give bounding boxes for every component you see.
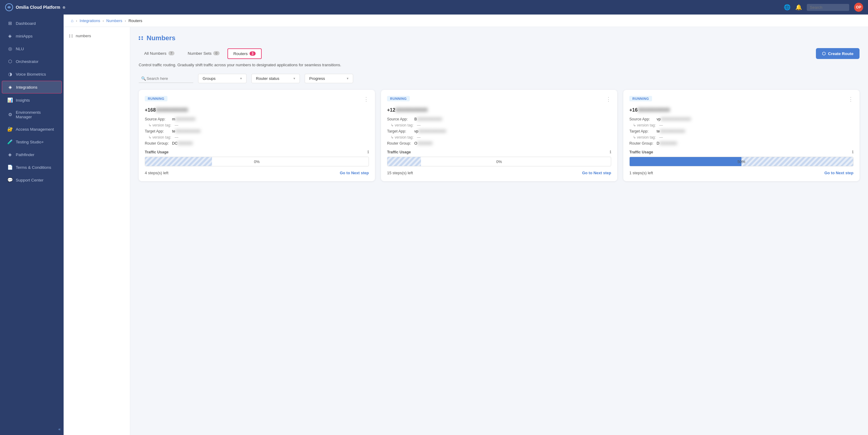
insights-icon: 📊 bbox=[7, 97, 13, 103]
breadcrumb-integrations[interactable]: Integrations bbox=[80, 19, 100, 23]
globe-icon[interactable]: 🌐 bbox=[784, 4, 790, 10]
source-app-row-2: Source App: BXXXXXXXXXX bbox=[387, 117, 611, 121]
info-icon-1[interactable]: ℹ bbox=[367, 150, 369, 154]
source-app-row-1: Source App: mXXXXXXXX bbox=[145, 117, 369, 121]
progress-filter[interactable]: Progress ▾ bbox=[305, 74, 353, 83]
card-2-menu[interactable]: ⋮ bbox=[606, 96, 611, 103]
status-badge-1: RUNNING bbox=[145, 96, 167, 101]
target-version-row-3: ↳ version tag: — bbox=[629, 135, 854, 139]
voice-biometrics-icon: ◑ bbox=[7, 71, 13, 77]
next-step-link-1[interactable]: Go to Next step bbox=[340, 171, 369, 175]
create-route-button[interactable]: ⬡ Create Route bbox=[816, 48, 860, 59]
bell-icon[interactable]: 🔔 bbox=[795, 4, 802, 10]
status-badge-3: RUNNING bbox=[629, 96, 652, 101]
left-panel-numbers[interactable]: numbers bbox=[64, 31, 130, 41]
card-3-menu[interactable]: ⋮ bbox=[848, 96, 854, 103]
card-2-fields: Source App: BXXXXXXXXXX ↳ version tag: —… bbox=[387, 117, 611, 145]
traffic-section-2: Traffic Usage ℹ 0% bbox=[387, 150, 611, 166]
page-header: Numbers bbox=[139, 34, 860, 42]
search-input[interactable] bbox=[139, 74, 193, 83]
next-step-link-3[interactable]: Go to Next step bbox=[825, 171, 854, 175]
card-3-phone: +16XXXXXXXXXX bbox=[629, 107, 854, 113]
router-status-filter[interactable]: Router status ▾ bbox=[251, 74, 300, 83]
filters-row: 🔍 Groups ▾ Router status ▾ Progress ▾ bbox=[139, 74, 860, 83]
top-search-input[interactable] bbox=[807, 4, 849, 11]
tabs-row: All Numbers 7 Number Sets 0 Routers 3 bbox=[139, 48, 860, 59]
source-version-row-1: ↳ version tag: — bbox=[145, 123, 369, 127]
router-group-row-2: Router Group: OXXXXXX bbox=[387, 141, 611, 145]
search-icon: 🔍 bbox=[141, 76, 146, 81]
avatar[interactable]: OP bbox=[854, 3, 863, 12]
chevron-down-icon: ▾ bbox=[293, 76, 295, 80]
breadcrumb-numbers[interactable]: Numbers bbox=[106, 19, 122, 23]
steps-left-3: 1 steps(s) left bbox=[629, 171, 653, 175]
content-area: ⌂ › Integrations › Numbers › Routers num… bbox=[64, 14, 868, 435]
top-navigation: Omilia Cloud Platform® 🌐 🔔 OP bbox=[0, 0, 868, 14]
search-wrap: 🔍 bbox=[139, 74, 193, 83]
sidebar-item-pathfinder[interactable]: ◈ Pathfinder bbox=[2, 148, 62, 161]
dashboard-icon: ⊞ bbox=[7, 21, 13, 26]
tabs-left: All Numbers 7 Number Sets 0 Routers 3 bbox=[139, 48, 262, 59]
card-1-menu[interactable]: ⋮ bbox=[364, 96, 369, 103]
card-3-fields: Source App: vpXXXXXXXXXXXX ↳ version tag… bbox=[629, 117, 854, 145]
integrations-icon: ◈ bbox=[7, 85, 13, 90]
router-card-3: RUNNING ⋮ +16XXXXXXXXXX Source App: vpXX… bbox=[623, 90, 860, 181]
miniapps-icon: ◈ bbox=[7, 33, 13, 39]
sidebar-item-miniapps[interactable]: ◈ miniApps bbox=[2, 30, 62, 42]
sidebar-item-integrations[interactable]: ◈ Integrations bbox=[2, 81, 62, 94]
panel-layout: numbers Numbers bbox=[64, 27, 868, 435]
app-name: Omilia Cloud Platform® bbox=[16, 5, 65, 10]
target-version-row-1: ↳ version tag: — bbox=[145, 135, 369, 139]
sidebar-item-environments-manager[interactable]: ⚙ Environments Manager bbox=[2, 107, 62, 123]
main-content: Numbers All Numbers 7 Number Sets 0 bbox=[130, 27, 868, 435]
sidebar-item-terms-conditions[interactable]: 📄 Terms & Conditions bbox=[2, 161, 62, 173]
dots-icon bbox=[69, 34, 73, 37]
pathfinder-icon: ◈ bbox=[7, 152, 13, 157]
target-app-row-2: Target App: vpXXXXXXXXXXX bbox=[387, 129, 611, 133]
page-title: Numbers bbox=[147, 34, 175, 42]
steps-left-2: 15 steps(s) left bbox=[387, 171, 413, 175]
sidebar-item-insights[interactable]: 📊 Insights bbox=[2, 94, 62, 106]
info-icon-3[interactable]: ℹ bbox=[852, 150, 854, 154]
sidebar-item-voice-biometrics[interactable]: ◑ Voice Biometrics bbox=[2, 68, 62, 80]
left-panel: numbers bbox=[64, 27, 130, 435]
sidebar-item-access-management[interactable]: 🔐 Access Management bbox=[2, 123, 62, 135]
card-1-phone: +168XXXXXXXXXX bbox=[145, 107, 369, 113]
router-group-row-3: Router Group: DXXXXXXX bbox=[629, 141, 854, 145]
progress-bar-2: 0% bbox=[387, 157, 611, 166]
app-logo-icon bbox=[5, 3, 13, 11]
tab-routers[interactable]: Routers 3 bbox=[227, 48, 262, 59]
sidebar-item-orchestrator[interactable]: ⬡ Orchestrator bbox=[2, 55, 62, 67]
terms-icon: 📄 bbox=[7, 165, 13, 170]
tab-all-numbers[interactable]: All Numbers 7 bbox=[139, 49, 180, 59]
sidebar-item-nlu[interactable]: ◎ NLU bbox=[2, 43, 62, 55]
progress-bar-3: 50% bbox=[629, 157, 854, 166]
steps-left-1: 4 steps(s) left bbox=[145, 171, 168, 175]
router-card-2: RUNNING ⋮ +12XXXXXXXXXX Source App: BXXX… bbox=[381, 90, 617, 181]
support-icon: 💬 bbox=[7, 177, 13, 183]
card-3-footer: 1 steps(s) left Go to Next step bbox=[629, 171, 854, 175]
sidebar-item-support-center[interactable]: 💬 Support Center bbox=[2, 174, 62, 186]
groups-filter[interactable]: Groups ▾ bbox=[198, 74, 247, 83]
routers-badge: 3 bbox=[250, 52, 256, 56]
info-icon-2[interactable]: ℹ bbox=[610, 150, 611, 154]
next-step-link-2[interactable]: Go to Next step bbox=[582, 171, 611, 175]
nlu-icon: ◎ bbox=[7, 46, 13, 52]
sidebar-item-dashboard[interactable]: ⊞ Dashboard bbox=[2, 17, 62, 29]
card-2-footer: 15 steps(s) left Go to Next step bbox=[387, 171, 611, 175]
sidebar-collapse-btn[interactable]: « bbox=[58, 427, 61, 431]
sidebar-item-testing-studio[interactable]: 🧪 Testing Studio+ bbox=[2, 136, 62, 148]
target-app-row-1: Target App: teXXXXXXXXXX bbox=[145, 129, 369, 133]
card-2-header: RUNNING ⋮ bbox=[387, 96, 611, 103]
card-3-header: RUNNING ⋮ bbox=[629, 96, 854, 103]
environments-icon: ⚙ bbox=[7, 112, 13, 118]
number-sets-badge: 0 bbox=[213, 51, 219, 55]
breadcrumb-routers: Routers bbox=[128, 19, 142, 23]
breadcrumb-home[interactable]: ⌂ bbox=[71, 18, 73, 23]
router-cards-grid: RUNNING ⋮ +168XXXXXXXXXX Source App: mXX… bbox=[139, 90, 860, 181]
tab-number-sets[interactable]: Number Sets 0 bbox=[182, 49, 225, 59]
traffic-section-3: Traffic Usage ℹ 50% bbox=[629, 150, 854, 166]
chevron-down-icon: ▾ bbox=[240, 76, 242, 80]
source-app-row-3: Source App: vpXXXXXXXXXXXX bbox=[629, 117, 854, 121]
sidebar: ⊞ Dashboard ◈ miniApps ◎ NLU ⬡ Orchestra… bbox=[0, 14, 64, 435]
